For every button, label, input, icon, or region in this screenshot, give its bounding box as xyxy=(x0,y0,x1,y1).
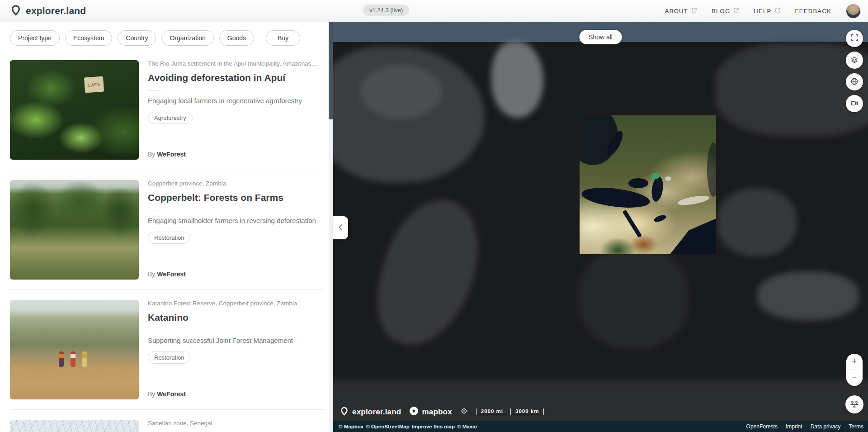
sidebar-scrollbar-thumb[interactable] xyxy=(329,22,333,119)
show-all-button[interactable]: Show all xyxy=(579,30,622,44)
app-logo[interactable]: explorer.land xyxy=(0,4,86,18)
photo-sign: CAFÉ xyxy=(84,76,104,93)
explorer-land-map-logo[interactable]: explorer.land xyxy=(340,406,401,418)
title-divider xyxy=(148,90,161,90)
attr-osm-link[interactable]: © OpenStreetMap xyxy=(366,424,410,429)
filter-goods[interactable]: Goods xyxy=(219,30,254,46)
layers-button[interactable] xyxy=(846,52,863,69)
attr-improve-link[interactable]: Improve this map xyxy=(412,424,455,429)
attr-mapbox-link[interactable]: © Mapbox xyxy=(339,424,363,429)
organization-name[interactable]: WeForest xyxy=(157,151,186,158)
version-badge: v1.24.3 (live) xyxy=(363,5,409,16)
project-image[interactable] xyxy=(10,420,139,432)
sidebar-scrollbar[interactable] xyxy=(329,22,333,432)
nav-about[interactable]: ABOUT xyxy=(665,7,697,14)
layers-icon xyxy=(850,56,859,65)
mapbox-logo[interactable]: mapbox xyxy=(409,406,452,418)
footer-separator: · xyxy=(844,423,845,430)
map-footer-bar: © Mapbox © OpenStreetMap Improve this ma… xyxy=(333,421,868,432)
project-byline: ByWeForest xyxy=(148,151,324,160)
user-avatar[interactable] xyxy=(846,4,861,19)
top-header: explorer.land v1.24.3 (live) ABOUT BLOG … xyxy=(0,0,868,22)
project-card-body: Katanino Forest Reserve, Copperbelt prov… xyxy=(148,300,324,399)
project-byline: ByWeForest xyxy=(148,271,324,280)
project-tag[interactable]: Restoration xyxy=(148,351,190,364)
basemap-globe-button[interactable] xyxy=(846,73,863,90)
project-card-copperbelt[interactable]: Copperbelt province, Zambia Copperbelt: … xyxy=(10,170,324,290)
map-landmass xyxy=(491,41,543,118)
footer-separator: · xyxy=(781,423,783,430)
map-landmass xyxy=(717,188,797,256)
location-pin-icon xyxy=(10,4,22,18)
explorer-land-map-logo-text: explorer.land xyxy=(352,408,401,417)
project-image[interactable] xyxy=(10,300,139,399)
mapbox-logo-text: mapbox xyxy=(422,408,452,417)
nav-feedback-label: FEEDBACK xyxy=(795,8,831,14)
flythrough-camera-button[interactable] xyxy=(846,95,863,112)
map-canvas[interactable]: Show all + − xyxy=(333,22,868,432)
mapbox-icon xyxy=(409,406,419,418)
project-location: Katanino Forest Reserve, Copperbelt prov… xyxy=(148,300,324,307)
map-landmass xyxy=(757,271,859,320)
photo-figure xyxy=(71,351,75,367)
footer-terms-link[interactable]: Terms xyxy=(849,423,863,430)
timeline-compare-button[interactable] xyxy=(845,395,863,413)
zoom-in-button[interactable]: + xyxy=(846,354,863,370)
project-image[interactable] xyxy=(10,180,139,280)
filter-organization[interactable]: Organization xyxy=(161,30,213,46)
map-scale-bars: 2000 mi 3000 km xyxy=(476,408,544,415)
globe-icon xyxy=(850,77,859,87)
chevron-left-icon xyxy=(338,223,343,233)
project-card-apui[interactable]: CAFÉ The Rio Juma settlement in the Apuí… xyxy=(10,50,324,170)
nav-blog[interactable]: BLOG xyxy=(712,7,739,14)
filter-project-type[interactable]: Project type xyxy=(10,30,60,46)
project-image[interactable]: CAFÉ xyxy=(10,60,139,160)
by-label: By xyxy=(148,271,155,278)
project-card-body: Sahelian zone, Senegal xyxy=(148,420,324,432)
location-pin-icon xyxy=(340,406,349,418)
fullscreen-icon xyxy=(851,34,859,43)
map-attribution: © Mapbox © OpenStreetMap Improve this ma… xyxy=(339,424,477,429)
footer-imprint-link[interactable]: Imprint xyxy=(786,423,802,430)
project-card-body: Copperbelt province, Zambia Copperbelt: … xyxy=(148,180,324,280)
project-location: The Rio Juma settlement in the Apuí muni… xyxy=(148,60,324,67)
map-overlay-bar: explorer.land mapbox 2000 mi 3000 km xyxy=(340,406,544,418)
filter-country[interactable]: Country xyxy=(118,30,156,46)
attr-maxar-link[interactable]: © Maxar xyxy=(457,424,477,429)
organization-name[interactable]: WeForest xyxy=(157,390,186,398)
footer-links: OpenForests · Imprint · Data privacy · T… xyxy=(746,423,863,430)
map-landmass xyxy=(366,190,490,356)
title-divider xyxy=(148,330,161,330)
project-list-panel: Project type Ecosystem Country Organizat… xyxy=(0,22,333,432)
project-location: Copperbelt province, Zambia xyxy=(148,180,324,187)
zoom-out-button[interactable]: − xyxy=(846,370,863,386)
title-divider xyxy=(148,210,161,210)
map-landmass xyxy=(578,247,689,349)
project-card-senegal[interactable]: Sahelian zone, Senegal xyxy=(10,410,324,432)
filter-bar: Project type Ecosystem Country Organizat… xyxy=(0,22,333,46)
footer-openforests-link[interactable]: OpenForests xyxy=(746,423,778,430)
fullscreen-button[interactable] xyxy=(846,30,863,47)
nav-help[interactable]: HELP xyxy=(754,7,780,14)
locate-crosshair-icon[interactable] xyxy=(460,407,468,417)
map-controls xyxy=(846,30,863,112)
project-location: Sahelian zone, Senegal xyxy=(148,420,324,427)
project-tag[interactable]: Agroforestry xyxy=(148,112,193,124)
external-link-icon xyxy=(733,7,739,14)
project-tag[interactable]: Restoration xyxy=(148,232,190,244)
collapse-sidebar-button[interactable] xyxy=(333,216,348,239)
project-card-body: The Rio Juma settlement in the Apuí muni… xyxy=(148,60,324,160)
map-landmass xyxy=(360,65,442,119)
footer-data-privacy-link[interactable]: Data privacy xyxy=(811,423,841,430)
organization-name[interactable]: WeForest xyxy=(157,271,186,278)
project-card-katanino[interactable]: Katanino Forest Reserve, Copperbelt prov… xyxy=(10,290,324,410)
project-byline: ByWeForest xyxy=(148,390,324,399)
external-link-icon xyxy=(775,7,781,14)
by-label: By xyxy=(148,151,155,158)
header-nav: ABOUT BLOG HELP FEEDBACK xyxy=(665,4,868,19)
nav-feedback[interactable]: FEEDBACK xyxy=(795,8,831,14)
nav-help-label: HELP xyxy=(754,8,771,14)
filter-buy[interactable]: Buy xyxy=(266,30,300,46)
filter-ecosystem[interactable]: Ecosystem xyxy=(65,30,112,46)
map-landmass xyxy=(715,43,868,136)
